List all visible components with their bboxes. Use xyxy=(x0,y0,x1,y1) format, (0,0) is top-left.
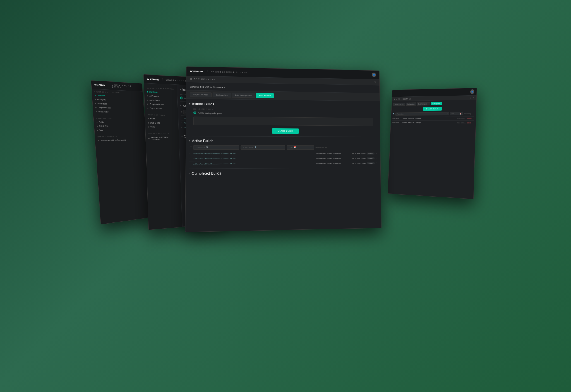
card-3-project-name: VxWorks Test VSB for Screencaps xyxy=(190,86,225,89)
card-3-title: VXWORKS BUILD SYSTEM xyxy=(211,71,248,74)
card4-tab-2[interactable]: Configuration xyxy=(406,102,416,106)
card4-close-icon[interactable]: ✕ xyxy=(472,96,474,99)
more-options-icon[interactable]: ⋮ xyxy=(370,81,373,84)
card4-date-field[interactable]: Date 📅 xyxy=(450,112,463,115)
card4-row1-more[interactable]: ⋮ xyxy=(472,117,474,120)
card4-row1-cancel[interactable]: Cancel xyxy=(467,118,471,119)
card-2-sidebar-tools[interactable]: Tools xyxy=(145,125,179,129)
card-3-build-row-2: › VxWorks Test VSB for Screencaps -> vxw… xyxy=(189,156,378,161)
card-2-projects-section: OPENED PROJECTS xyxy=(146,131,179,135)
sidebar-item-profile[interactable]: Profile xyxy=(94,120,145,124)
more-icon-2[interactable]: ⋮ xyxy=(375,157,378,159)
card4-row1-id: VxWSBPub... xyxy=(392,118,402,120)
row2-chevron: › xyxy=(181,122,183,124)
more-icon-1[interactable]: ⋮ xyxy=(375,152,378,155)
sidebar-label-completed-builds: Completed Builds xyxy=(98,107,111,109)
card3-row1-name: VxWorks Test VSB for Screencaps -> vxwor… xyxy=(193,153,315,154)
card-4-inner: Project Calend... Configuration Build Co… xyxy=(391,100,476,126)
sidebar-item-project-vxworks[interactable]: VxWorks Test VSB for Screencaps xyxy=(95,138,147,143)
sidebar-item-tools[interactable]: Tools xyxy=(94,128,146,132)
card3-row2-chevron: › xyxy=(189,158,192,160)
sidebar-item-datetime[interactable]: Date & Time xyxy=(94,124,145,128)
search-icon-project: 🔍 xyxy=(255,146,257,149)
card4-tab-4[interactable]: Build Pipeline xyxy=(431,102,442,105)
sidebar-label-project-vxworks: VxWorks Test VSB for Screencaps xyxy=(100,139,126,142)
card-3-build-row-3: › VxWorks Test VSB for Screencaps -> vxw… xyxy=(189,161,378,166)
card-3-avatar: 👤 xyxy=(372,73,376,77)
sidebar-label-profile: Profile xyxy=(99,121,104,123)
tab-project-overview[interactable]: Project Overview xyxy=(190,92,212,97)
sidebar-item-project-archive[interactable]: Project Archive xyxy=(93,110,144,114)
card3-row3-chevron: › xyxy=(189,163,192,165)
card-3-active-chevron: ▾ xyxy=(189,139,190,142)
card-2-sidebar-datetime[interactable]: Date & Time xyxy=(145,121,178,125)
card-2-sidebar-profile[interactable]: Profile xyxy=(145,117,178,121)
card4-project-search[interactable]: Project Name ✕ xyxy=(395,112,449,115)
card-2-sep: / xyxy=(162,78,163,81)
card4-tab-3[interactable]: Build Configurati... xyxy=(417,102,430,106)
sidebar-label-active-builds: Active Builds xyxy=(97,103,107,105)
start-build-btn[interactable]: START BUILD xyxy=(272,128,299,134)
tab-build-configuration[interactable]: Build Configuration xyxy=(232,93,255,98)
search-icon-build: 🔍 xyxy=(206,146,208,149)
card-2-active-chevron: ▾ xyxy=(180,105,181,107)
card3-row2-badge: Queued xyxy=(367,157,375,159)
card-3-radio[interactable] xyxy=(193,111,196,114)
card3-row1-status: In Build Queue xyxy=(352,153,366,154)
card-3-date-field[interactable]: Date 📅 xyxy=(287,145,314,150)
card-1-sep: / xyxy=(109,84,109,87)
card-3-project-name-search[interactable]: Project Name 🔍 xyxy=(241,145,286,150)
card4-tab-1[interactable]: Project Calend... xyxy=(393,103,405,106)
card-2-completed-chevron: ▾ xyxy=(181,135,183,138)
card4-row1-date: F19.0 Serve... xyxy=(457,118,467,120)
card-3-initiate-title: Initiate Builds xyxy=(192,102,214,106)
card4-row2-cancel[interactable]: Cancel xyxy=(467,122,471,124)
card-4-app-central-text: APP CENTRAL xyxy=(396,98,411,100)
card-1-logo: WNDRVR xyxy=(94,84,106,87)
row3-chevron: › xyxy=(181,126,184,129)
close-icon[interactable]: ✕ xyxy=(374,81,376,84)
card-3-completed-title: Completed Builds xyxy=(192,171,221,175)
card3-row3-project: VxWorks Test VSB for Screencaps xyxy=(316,163,351,164)
tab-build-pipeline[interactable]: Build Pipeline xyxy=(256,93,274,98)
card-3-build-priority: BUILD PRIORITY xyxy=(193,108,373,112)
card4-row2-id: VxWSBPub... xyxy=(392,122,402,124)
card-1-title: VXWORKS BUILD SYSTEM xyxy=(112,84,140,89)
card-4-tabs: Project Calend... Configuration Build Co… xyxy=(393,101,474,106)
card-3-build-name-search[interactable]: Build Name 🔍 xyxy=(193,145,239,150)
more-icon-3[interactable]: ⋮ xyxy=(376,162,378,164)
card-3-completed-header: ▾ Completed Builds xyxy=(189,170,378,175)
card-3-time-remaining: Time Remaining xyxy=(315,147,327,148)
card4-calendar-icon: 📅 xyxy=(460,113,461,115)
card4-search-clear: ✕ xyxy=(447,113,448,115)
card4-more-icon[interactable]: ⋮ xyxy=(469,96,471,99)
card-3-radio-label: Add to existing build queue xyxy=(198,112,222,114)
sidebar-label-project-archive: Project Archive xyxy=(98,111,109,113)
card-3: WNDRVR / VXWORKS BUILD SYSTEM 👤 ⊞ APP CE… xyxy=(185,66,382,232)
card-3-radio-row: Add to existing build queue xyxy=(193,111,373,116)
card-3-radio-inner xyxy=(194,112,195,113)
card-2-sidebar: VXWORKS BUILD SYSTEM Dashboard All Proje… xyxy=(144,83,183,230)
card4-search-icon: 🔍 xyxy=(393,113,395,115)
card4-start-build-btn[interactable]: START BUILD xyxy=(423,107,442,111)
scene: WNDRVR / VXWORKS BUILD SYSTEM VXWORKS BU… xyxy=(118,71,453,321)
calendar-icon: 📅 xyxy=(294,146,296,149)
card-3-completed-chevron: ▾ xyxy=(189,172,190,175)
tab-configuration[interactable]: Configuration xyxy=(213,93,231,98)
card-2-radio-circle[interactable] xyxy=(180,96,183,99)
card-3-active-title: Active Builds xyxy=(192,139,213,143)
status-dot-1 xyxy=(352,153,354,154)
card-3-sep: / xyxy=(207,70,208,73)
card-3-build-row-1: › VxWorks Test VSB for Screencaps -> vxw… xyxy=(189,151,378,156)
status-dot-3 xyxy=(352,163,354,164)
card3-row1-project: VxWorks Test VSB for Screencaps xyxy=(316,153,351,154)
card-2-sidebar-archive[interactable]: Project Archive xyxy=(145,106,178,111)
card-3-initiate-chevron: ▾ xyxy=(189,103,190,105)
card4-row2-more[interactable]: ⋮ xyxy=(472,122,474,124)
card3-row3-name: VxWorks Test VSB for Screencaps -> vxwor… xyxy=(193,163,315,165)
card-1-user-section: USER SETTINGS xyxy=(93,116,145,120)
card-2-sidebar-project[interactable]: VxWorks Test VSB for Screencaps xyxy=(146,135,179,141)
row1-chevron: › xyxy=(181,117,183,119)
card-3-build-input[interactable] xyxy=(193,117,373,126)
card3-row2-name: VxWorks Test VSB for Screencaps -> vxwor… xyxy=(193,158,315,159)
